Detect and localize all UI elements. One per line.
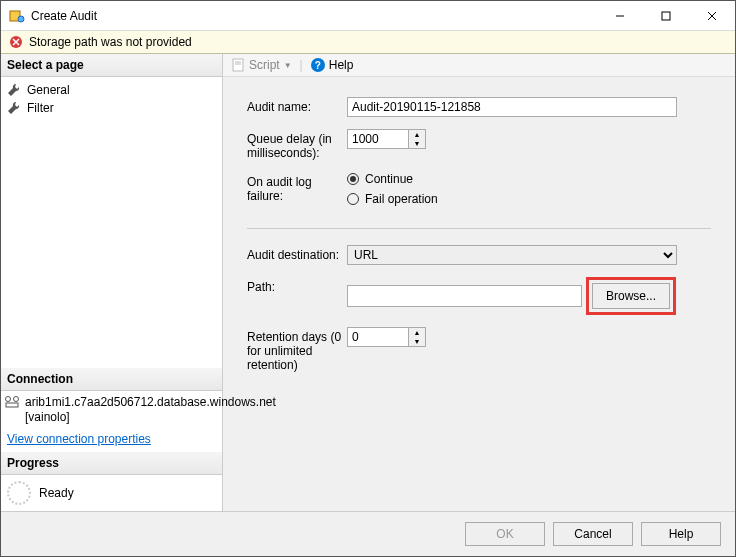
- cancel-button[interactable]: Cancel: [553, 522, 633, 546]
- svg-rect-3: [662, 12, 670, 20]
- script-icon: [231, 58, 245, 72]
- svg-point-10: [14, 396, 19, 401]
- page-item-filter[interactable]: Filter: [7, 99, 216, 117]
- spin-down-icon[interactable]: ▼: [409, 139, 425, 148]
- highlight-annotation: Browse...: [586, 277, 676, 315]
- spin-up-icon[interactable]: ▲: [409, 130, 425, 139]
- audit-name-input[interactable]: [347, 97, 677, 117]
- right-panel: Script ▼ | ? Help Audit name: Queue dela…: [223, 54, 735, 511]
- audit-dest-label: Audit destination:: [247, 245, 347, 262]
- wrench-icon: [7, 83, 21, 97]
- title-bar: Create Audit: [1, 1, 735, 31]
- toolbar: Script ▼ | ? Help: [223, 54, 735, 77]
- progress-header: Progress: [1, 452, 222, 475]
- pages-header: Select a page: [1, 54, 222, 77]
- close-button[interactable]: [689, 1, 735, 30]
- browse-button[interactable]: Browse...: [592, 283, 670, 309]
- connection-header: Connection: [1, 368, 222, 391]
- retention-label: Retention days (0 for unlimited retentio…: [247, 327, 347, 372]
- spin-up-icon[interactable]: ▲: [409, 328, 425, 337]
- left-panel: Select a page General Filter Connection …: [1, 54, 223, 511]
- retention-input[interactable]: [348, 328, 408, 346]
- retention-stepper[interactable]: ▲▼: [347, 327, 426, 347]
- audit-dest-select[interactable]: URL: [347, 245, 677, 265]
- svg-rect-12: [233, 59, 243, 71]
- radio-icon: [347, 173, 359, 185]
- help-button[interactable]: Help: [641, 522, 721, 546]
- server-icon: [4, 395, 20, 409]
- queue-delay-label: Queue delay (in milliseconds):: [247, 129, 347, 160]
- window-title: Create Audit: [31, 9, 597, 23]
- dialog-buttons: OK Cancel Help: [1, 511, 735, 556]
- connection-info: arib1mi1.c7aa2d506712.database.windows.n…: [1, 391, 222, 426]
- script-button[interactable]: Script: [249, 58, 280, 72]
- progress-spinner-icon: [7, 481, 31, 505]
- radio-continue[interactable]: Continue: [347, 172, 711, 186]
- app-icon: [9, 8, 25, 24]
- queue-delay-stepper[interactable]: ▲▼: [347, 129, 426, 149]
- path-label: Path:: [247, 277, 347, 294]
- script-dropdown-icon[interactable]: ▼: [284, 61, 292, 70]
- progress-status: Ready: [39, 486, 74, 500]
- svg-rect-11: [6, 403, 18, 407]
- radio-continue-label: Continue: [365, 172, 413, 186]
- ok-button[interactable]: OK: [465, 522, 545, 546]
- wrench-icon: [7, 101, 21, 115]
- radio-fail-label: Fail operation: [365, 192, 438, 206]
- separator: [247, 228, 711, 229]
- error-banner: Storage path was not provided: [1, 31, 735, 54]
- minimize-button[interactable]: [597, 1, 643, 30]
- error-text: Storage path was not provided: [29, 35, 192, 49]
- error-icon: [9, 35, 23, 49]
- audit-name-label: Audit name:: [247, 97, 347, 114]
- queue-delay-input[interactable]: [348, 130, 408, 148]
- radio-fail[interactable]: Fail operation: [347, 192, 711, 206]
- help-button[interactable]: Help: [329, 58, 354, 72]
- spin-down-icon[interactable]: ▼: [409, 337, 425, 346]
- on-failure-label: On audit log failure:: [247, 172, 347, 203]
- path-input[interactable]: [347, 285, 582, 307]
- page-label: Filter: [27, 101, 54, 115]
- page-label: General: [27, 83, 70, 97]
- svg-point-9: [6, 396, 11, 401]
- svg-point-1: [18, 16, 24, 22]
- maximize-button[interactable]: [643, 1, 689, 30]
- view-connection-link[interactable]: View connection properties: [1, 426, 157, 452]
- radio-icon: [347, 193, 359, 205]
- page-item-general[interactable]: General: [7, 81, 216, 99]
- help-icon: ?: [311, 58, 325, 72]
